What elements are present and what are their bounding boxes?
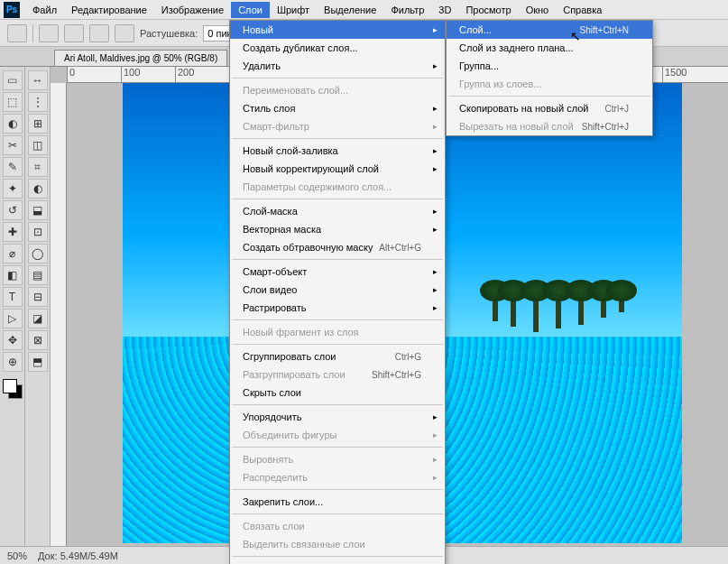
tool-r-6[interactable]: ⬓ (28, 200, 48, 220)
layers-menu-item-13[interactable]: Векторная маска (230, 220, 445, 238)
menu-item-label: Выровнять (243, 454, 293, 465)
tool-4[interactable]: ✎ (3, 157, 23, 177)
tool-r-7[interactable]: ⊡ (28, 222, 48, 242)
tool-8[interactable]: ⌀ (3, 244, 23, 264)
menu-view[interactable]: Просмотр (458, 2, 518, 18)
new-submenu-item-5[interactable]: Скопировать на новый слойCtrl+J (447, 99, 652, 117)
tool-r-8[interactable]: ◯ (28, 244, 48, 264)
marquee-intersect-icon[interactable] (115, 24, 134, 42)
menu-filter[interactable]: Фильтр (383, 2, 431, 18)
tool-r-1[interactable]: ⋮ (28, 92, 48, 112)
layers-menu-item-24[interactable]: Скрыть слои (230, 384, 445, 402)
layers-menu-item-17[interactable]: Слои видео (230, 281, 445, 299)
feather-label: Растушевка: (140, 28, 198, 39)
tool-13[interactable]: ⊕ (3, 352, 23, 372)
marquee-sub-icon[interactable] (89, 24, 109, 42)
new-submenu: Слой...Shift+Ctrl+NСлой из заднего плана… (446, 20, 653, 136)
tool-r-12[interactable]: ⊠ (28, 330, 48, 350)
layers-menu-item-18[interactable]: Растрировать (230, 299, 445, 317)
menu-item-label: Новый корректирующий слой (243, 163, 379, 174)
tool-r-9[interactable]: ▤ (28, 265, 48, 285)
image-palms (484, 291, 646, 345)
separator (32, 24, 33, 42)
new-submenu-item-0[interactable]: Слой...Shift+Ctrl+N (447, 21, 652, 39)
tool-r-0[interactable]: ↔ (28, 70, 48, 90)
tool-5[interactable]: ✦ (3, 179, 23, 199)
tool-9[interactable]: ◧ (3, 265, 23, 285)
layers-menu-item-8[interactable]: Новый слой-заливка (230, 142, 445, 160)
menu-window[interactable]: Окно (519, 2, 557, 18)
menu-separator (232, 78, 443, 79)
menu-image[interactable]: Изображение (154, 2, 231, 18)
menu-select[interactable]: Выделение (317, 2, 383, 18)
layers-menu-item-35: Выделить связанные слои (230, 535, 445, 553)
marquee-add-icon[interactable] (64, 24, 84, 42)
menu-item-label: Группа... (459, 60, 499, 71)
layers-menu-item-5[interactable]: Стиль слоя (230, 99, 445, 117)
tool-0[interactable]: ▭ (3, 70, 23, 90)
layers-menu-item-22[interactable]: Сгруппировать слоиCtrl+G (230, 347, 445, 365)
marquee-rect-icon[interactable] (39, 24, 59, 42)
zoom-level[interactable]: 50% (7, 550, 27, 561)
layers-menu-item-32[interactable]: Закрепить слои... (230, 493, 445, 511)
menu-item-label: Объединить фигуры (243, 430, 336, 440)
menu-edit[interactable]: Редактирование (64, 2, 154, 18)
menu-item-label: Вырезать на новый слой (459, 121, 574, 132)
menu-item-label: Слой-маска (243, 206, 298, 217)
new-submenu-item-3: Группа из слоев... (447, 75, 652, 93)
menu-item-label: Сгруппировать слои (243, 351, 336, 362)
menu-item-label: Векторная маска (243, 224, 321, 235)
tool-r-4[interactable]: ⌗ (28, 157, 48, 177)
menu-item-shortcut: Ctrl+J (605, 104, 629, 114)
tool-r-13[interactable]: ⬒ (28, 352, 48, 372)
layers-menu-item-9[interactable]: Новый корректирующий слой (230, 160, 445, 178)
menu-item-label: Слои видео (243, 284, 297, 295)
document-tab[interactable]: Ari Atoll, Maldives.jpg @ 50% (RGB/8) (54, 50, 227, 66)
tool-3[interactable]: ✂ (3, 135, 23, 155)
new-submenu-item-2[interactable]: Группа... (447, 57, 652, 75)
new-submenu-item-1[interactable]: Слой из заднего плана... (447, 39, 652, 57)
tool-1[interactable]: ⬚ (3, 92, 23, 112)
menu-item-shortcut: Shift+Ctrl+J (582, 122, 629, 132)
tool-7[interactable]: ✚ (3, 222, 23, 242)
menu-item-label: Слой... (459, 24, 492, 35)
tool-r-3[interactable]: ◫ (28, 135, 48, 155)
tool-r-11[interactable]: ◪ (28, 309, 48, 328)
menu-item-label: Скрыть слои (243, 387, 301, 398)
layers-menu-item-14[interactable]: Создать обтравочную маскуAlt+Ctrl+G (230, 238, 445, 256)
layers-menu-item-12[interactable]: Слой-маска (230, 202, 445, 220)
layers-menu-item-27: Объединить фигуры (230, 426, 445, 444)
menu-help[interactable]: Справка (556, 2, 609, 18)
app-logo: Ps (4, 2, 20, 18)
layers-menu-item-0[interactable]: Новый (230, 21, 445, 39)
color-swatch[interactable] (3, 379, 23, 399)
tool-r-10[interactable]: ⊟ (28, 287, 48, 307)
menu-file[interactable]: Файл (25, 2, 64, 18)
layers-menu-item-16[interactable]: Смарт-объект (230, 263, 445, 281)
tool-2[interactable]: ◐ (3, 114, 23, 134)
menubar: Ps Файл Редактирование Изображение Слои … (0, 0, 728, 20)
tool-12[interactable]: ✥ (3, 330, 23, 350)
menu-item-label: Новый (243, 24, 273, 35)
tool-r-2[interactable]: ⊞ (28, 114, 48, 134)
layers-menu-item-6: Смарт-фильтр (230, 117, 445, 135)
tool-11[interactable]: ▷ (3, 309, 23, 328)
tool-6[interactable]: ↺ (3, 200, 23, 220)
layers-menu-item-26[interactable]: Упорядочить (230, 408, 445, 426)
menu-layers[interactable]: Слои (231, 2, 270, 18)
layers-menu-item-1[interactable]: Создать дубликат слоя... (230, 39, 445, 57)
menu-separator (232, 319, 443, 320)
menu-separator (232, 447, 443, 448)
menu-item-label: Растрировать (243, 302, 307, 313)
menu-3d[interactable]: 3D (431, 2, 458, 18)
menu-separator (232, 344, 443, 345)
menu-type[interactable]: Шрифт (270, 2, 317, 18)
tool-10[interactable]: T (3, 287, 23, 307)
tool-preset-icon[interactable] (7, 24, 27, 42)
menu-item-label: Параметры содержимого слоя... (243, 181, 392, 192)
menu-item-shortcut: Shift+Ctrl+N (580, 25, 629, 35)
layers-menu-item-20: Новый фрагмент из слоя (230, 323, 445, 341)
menu-separator (232, 199, 443, 199)
tool-r-5[interactable]: ◐ (28, 179, 48, 199)
layers-menu-item-2[interactable]: Удалить (230, 57, 445, 75)
